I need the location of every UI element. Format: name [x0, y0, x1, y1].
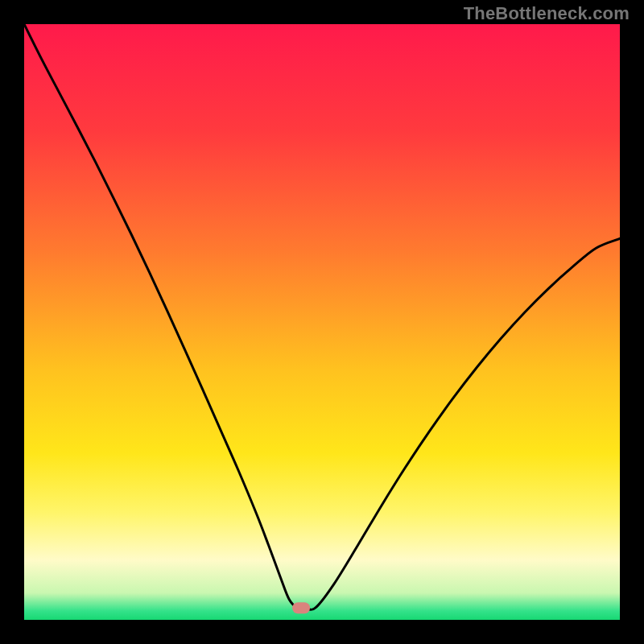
- chart-svg: [24, 24, 620, 620]
- gradient-background: [24, 24, 620, 620]
- chart-frame: TheBottleneck.com: [0, 0, 644, 644]
- plot-area: [24, 24, 620, 620]
- optimal-marker: [292, 602, 310, 613]
- watermark-text: TheBottleneck.com: [464, 3, 630, 24]
